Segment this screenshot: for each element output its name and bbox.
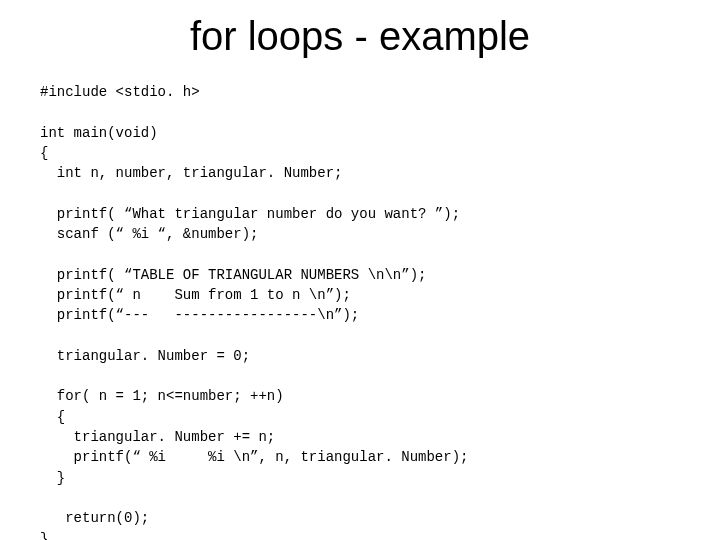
slide-title: for loops - example: [0, 14, 720, 59]
code-block: #include <stdio. h> int main(void) { int…: [40, 82, 680, 540]
slide: for loops - example #include <stdio. h> …: [0, 0, 720, 540]
